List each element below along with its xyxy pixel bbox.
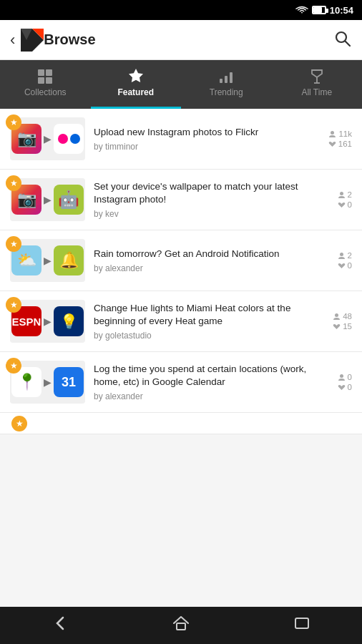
header: ‹ Browse — [0, 20, 362, 60]
recipe-author: by goletastudio — [94, 331, 318, 341]
status-icons: 10:54 — [295, 5, 353, 16]
list-item[interactable]: ★ ▶ 31 Log the time you spend at certain… — [0, 352, 362, 413]
recipe-info: Rain tomorrow? Get an Android Notificati… — [94, 248, 318, 273]
back-arrow-icon: ‹ — [10, 31, 15, 49]
list-item[interactable]: ★ ▶ Set your device's wallpaper to match… — [0, 170, 362, 230]
featured-badge: ★ — [6, 358, 21, 374]
back-nav-button[interactable] — [50, 613, 70, 638]
heart-icon — [338, 384, 346, 391]
users-icon — [338, 191, 346, 199]
like-count: 15 — [343, 322, 352, 331]
back-button[interactable]: ‹ — [10, 31, 15, 49]
status-time: 10:54 — [330, 5, 353, 16]
svg-point-19 — [340, 374, 343, 378]
like-stat: 15 — [333, 322, 352, 331]
tab-collections[interactable]: Collections — [0, 60, 91, 109]
like-stat: 0 — [338, 383, 352, 391]
page-title: Browse — [44, 31, 333, 48]
icon-bell — [54, 245, 84, 275]
heart-icon — [333, 323, 341, 331]
svg-rect-6 — [46, 69, 52, 76]
icon-gcalendar: 31 — [54, 367, 84, 397]
bottom-nav — [0, 607, 362, 644]
recipe-stats: 2 0 — [326, 190, 352, 209]
arrow-icon: ▶ — [44, 194, 52, 205]
user-stat: 48 — [333, 312, 352, 321]
svg-rect-12 — [230, 72, 233, 83]
user-count: 48 — [343, 312, 352, 321]
battery-icon — [312, 6, 326, 14]
home-nav-button[interactable] — [171, 613, 191, 638]
user-count: 11k — [338, 130, 352, 138]
recipe-author: by timminor — [94, 142, 318, 152]
tab-bar: Collections Featured Trending All Time — [0, 60, 362, 109]
svg-rect-7 — [38, 77, 44, 84]
tab-trending[interactable]: Trending — [181, 60, 272, 109]
svg-point-15 — [331, 131, 334, 135]
svg-marker-9 — [129, 69, 143, 82]
heart-icon — [338, 201, 346, 209]
user-stat: 2 — [338, 251, 352, 260]
recipe-info: Log the time you spend at certain locati… — [94, 363, 318, 401]
recipe-info: Upload new Instagram photos to Flickr by… — [94, 126, 318, 152]
arrow-icon: ▶ — [44, 376, 52, 388]
collections-icon — [37, 69, 53, 84]
arrow-icon: ▶ — [44, 316, 52, 327]
svg-point-18 — [335, 313, 338, 317]
recipe-stats: 11k 161 — [326, 130, 352, 148]
like-stat: 0 — [338, 261, 352, 270]
users-icon — [333, 313, 341, 321]
tab-featured[interactable]: Featured — [91, 60, 182, 109]
partial-badge: ★ — [11, 416, 27, 431]
featured-badge: ★ — [6, 114, 21, 130]
alltime-icon — [309, 69, 325, 84]
svg-line-4 — [346, 41, 351, 46]
svg-point-17 — [340, 253, 343, 256]
icon-flickr — [54, 124, 84, 154]
recipe-author: by alexander — [94, 391, 318, 401]
like-stat: 0 — [338, 200, 352, 209]
icon-hue — [54, 306, 84, 336]
like-count: 0 — [348, 200, 352, 209]
featured-badge: ★ — [6, 175, 21, 191]
recipe-title: Rain tomorrow? Get an Android Notificati… — [94, 248, 318, 260]
app-logo — [21, 29, 44, 52]
svg-rect-5 — [38, 69, 44, 76]
icon-android — [54, 185, 84, 215]
recipe-info: Set your device's wallpaper to match you… — [94, 180, 318, 219]
featured-badge: ★ — [6, 297, 21, 313]
heart-icon — [338, 262, 346, 270]
recipe-author: by kev — [94, 209, 318, 219]
list-item[interactable]: ★ ▶ Upload new Instagram photos to Flick… — [0, 109, 362, 170]
user-count: 2 — [348, 190, 352, 199]
recipe-title: Upload new Instagram photos to Flickr — [94, 126, 318, 139]
user-count: 2 — [348, 251, 352, 260]
tab-alltime-label: All Time — [301, 87, 332, 97]
recipe-title: Change Hue lights to Miami Heat colors a… — [94, 302, 318, 328]
list-item[interactable]: ★ ▶ Rain tomorrow? Get an Android Notifi… — [0, 230, 362, 291]
tab-alltime[interactable]: All Time — [272, 60, 363, 109]
arrow-icon: ▶ — [44, 133, 52, 145]
recipe-list: ★ ▶ Upload new Instagram photos to Flick… — [0, 109, 362, 607]
tab-trending-label: Trending — [210, 87, 243, 97]
users-icon — [338, 374, 346, 381]
recipe-stats: 0 0 — [326, 373, 352, 391]
recipe-info: Change Hue lights to Miami Heat colors a… — [94, 302, 318, 341]
trending-icon — [218, 69, 234, 84]
recents-nav-button[interactable] — [292, 613, 312, 638]
recipe-title: Set your device's wallpaper to match you… — [94, 180, 318, 206]
list-item[interactable]: ★ ESPN ▶ Change Hue lights to Miami Heat… — [0, 291, 362, 352]
recipe-author: by alexander — [94, 263, 318, 273]
svg-rect-21 — [295, 618, 308, 628]
recipe-title: Log the time you spend at certain locati… — [94, 363, 318, 389]
svg-point-16 — [340, 192, 343, 195]
svg-rect-20 — [177, 623, 185, 630]
recipe-stats: 2 0 — [326, 251, 352, 270]
user-count: 0 — [348, 373, 352, 381]
heart-icon — [328, 140, 336, 148]
featured-icon — [127, 67, 145, 84]
search-button[interactable] — [333, 29, 352, 51]
wifi-icon — [295, 5, 308, 15]
search-icon — [333, 29, 352, 48]
arrow-icon: ▶ — [44, 255, 52, 266]
